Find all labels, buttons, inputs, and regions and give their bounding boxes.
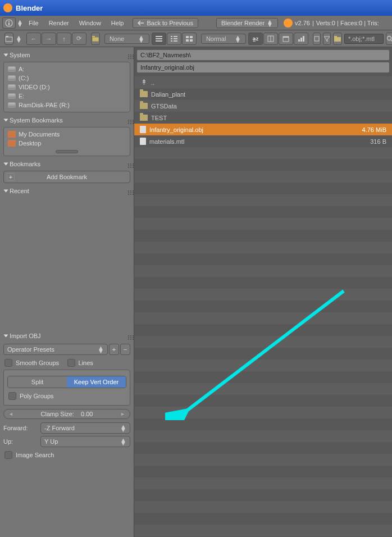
sort-ext-button[interactable] — [263, 33, 278, 45]
system-bookmarks-title: System Bookmarks — [10, 117, 63, 124]
drive-item[interactable]: VIDEO (D:) — [6, 83, 127, 92]
bookmark-item[interactable]: Desktop — [6, 139, 127, 148]
menu-help[interactable]: Help — [107, 18, 129, 28]
lines-checkbox[interactable]: Lines — [66, 357, 127, 368]
bookmark-item[interactable]: My Documents — [6, 130, 127, 139]
display-thumb-button[interactable] — [182, 33, 197, 45]
empty-row — [134, 312, 392, 324]
search-button[interactable] — [386, 33, 392, 45]
bookmarks-title: Bookmarks — [10, 161, 40, 167]
image-search-checkbox[interactable]: Image Search — [3, 449, 130, 461]
svg-rect-11 — [174, 36, 177, 37]
nav-forward-button[interactable]: → — [42, 33, 56, 45]
preset-add-button[interactable]: + — [109, 344, 119, 355]
display-list-short-button[interactable] — [152, 33, 166, 45]
display-size-select[interactable]: Normal ▲▼ — [201, 34, 246, 44]
nav-back-button[interactable]: ← — [26, 33, 41, 45]
grip-icon[interactable] — [128, 335, 129, 336]
back-arrow-icon — [138, 20, 144, 26]
svg-rect-18 — [186, 39, 189, 42]
drive-item[interactable]: RamDisk-PAE (R:) — [6, 101, 127, 110]
svg-point-30 — [387, 36, 391, 40]
file-row[interactable]: materials.mtl 316 B — [134, 135, 392, 147]
menu-scroll-icon[interactable]: ▲▼ — [17, 20, 23, 26]
path-input[interactable]: C:\BF2_Navmesh\ — [136, 49, 390, 61]
filename-input[interactable]: Infantry_original.obj — [136, 62, 390, 73]
operator-presets-select[interactable]: Operator Presets ▲▼ — [3, 344, 108, 355]
folder-icon — [140, 115, 148, 121]
drive-item[interactable]: (C:) — [6, 74, 127, 83]
poly-groups-checkbox[interactable]: Poly Groups — [7, 390, 126, 402]
nav-up-button[interactable]: ↑ — [57, 33, 71, 45]
sort-size-button[interactable] — [294, 33, 308, 45]
menu-window[interactable]: Window — [75, 18, 106, 28]
preset-remove-button[interactable]: − — [120, 344, 130, 355]
svg-rect-27 — [314, 37, 319, 41]
filter-folder-button[interactable] — [333, 33, 342, 45]
keep-vert-order-button[interactable]: Keep Vert Order — [67, 376, 126, 388]
nav-button-group: ← → ↑ ⟳ — [26, 33, 86, 45]
grip-icon[interactable] — [128, 163, 129, 165]
clamp-label: Clamp Size: — [41, 411, 74, 417]
up-select[interactable]: Y Up▲▼ — [40, 436, 130, 447]
clamp-size-field[interactable]: ◄ Clamp Size: 0.00 ► — [3, 409, 130, 419]
sort-label: None — [110, 35, 124, 42]
forward-select[interactable]: -Z Forward▲▼ — [40, 422, 130, 434]
empty-row — [134, 324, 392, 336]
filter-button[interactable] — [323, 33, 331, 45]
resize-handle[interactable] — [56, 150, 78, 153]
bookmarks-header[interactable]: Bookmarks — [3, 158, 130, 170]
menu-file[interactable]: File — [24, 18, 43, 28]
empty-row — [134, 407, 392, 418]
display-size-label: Normal — [206, 35, 226, 42]
grip-icon[interactable] — [128, 120, 129, 121]
filebrowser-icon-button[interactable] — [4, 33, 13, 45]
import-obj-panel: Import OBJ Operator Presets ▲▼ + − Smoot… — [3, 330, 130, 461]
svg-rect-13 — [174, 38, 177, 39]
svg-rect-15 — [174, 40, 177, 42]
system-panel-header[interactable]: System — [3, 49, 130, 61]
sort-mode-group: a̲z — [248, 33, 308, 45]
folder-row[interactable]: Dalian_plant — [134, 88, 392, 100]
drive-label: (C:) — [19, 75, 29, 81]
parent-dir-row[interactable]: ↟ .. — [134, 76, 392, 88]
empty-row — [134, 242, 392, 253]
render-engine-select[interactable]: Blender Render ▲▼ — [216, 18, 278, 28]
clamp-value: 0.00 — [81, 411, 93, 417]
svg-rect-16 — [186, 36, 189, 38]
recent-header[interactable]: Recent — [3, 185, 130, 197]
empty-row — [134, 277, 392, 289]
display-list-long-button[interactable] — [167, 33, 181, 45]
filter-glob-input[interactable]: *.obj;*.mtl — [344, 34, 384, 44]
folder-row[interactable]: TEST — [134, 112, 392, 124]
grip-icon[interactable] — [128, 190, 129, 192]
sort-alpha-button[interactable]: a̲z — [248, 33, 263, 45]
grip-icon[interactable] — [128, 54, 129, 56]
sort-select[interactable]: None ▲▼ — [104, 34, 149, 44]
file-icon — [140, 126, 146, 133]
split-button[interactable]: Split — [8, 376, 67, 388]
back-to-previous-button[interactable]: Back to Previous — [133, 18, 198, 28]
info-icon-button[interactable] — [2, 17, 16, 29]
folder-row[interactable]: GTSData — [134, 100, 392, 112]
svg-rect-6 — [92, 36, 95, 37]
import-obj-header[interactable]: Import OBJ — [3, 330, 130, 342]
toolbar-scroll-icon[interactable]: ▲▼ — [16, 35, 22, 42]
add-bookmark-button[interactable]: + Add Bookmark — [3, 171, 130, 183]
system-bookmarks-header[interactable]: System Bookmarks — [3, 115, 130, 126]
smooth-groups-checkbox[interactable]: Smooth Groups — [3, 357, 64, 368]
new-folder-button[interactable] — [91, 33, 100, 45]
file-name: GTSData — [151, 103, 344, 110]
file-row-selected[interactable]: Infantry_original.obj 4.76 MiB — [134, 124, 392, 135]
drive-item[interactable]: E: — [6, 92, 127, 101]
decrement-icon: ◄ — [8, 411, 13, 417]
nav-refresh-button[interactable]: ⟳ — [72, 33, 86, 45]
empty-row — [134, 501, 392, 513]
sort-time-button[interactable] — [279, 33, 293, 45]
drive-item[interactable]: A: — [6, 65, 127, 74]
show-hidden-button[interactable] — [313, 33, 321, 45]
version-info: v2.76 | Verts:0 | Faces:0 | Tris: — [284, 19, 379, 28]
file-name: materials.mtl — [149, 138, 344, 145]
up-value: Y Up — [44, 438, 58, 445]
menu-render[interactable]: Render — [44, 18, 74, 28]
